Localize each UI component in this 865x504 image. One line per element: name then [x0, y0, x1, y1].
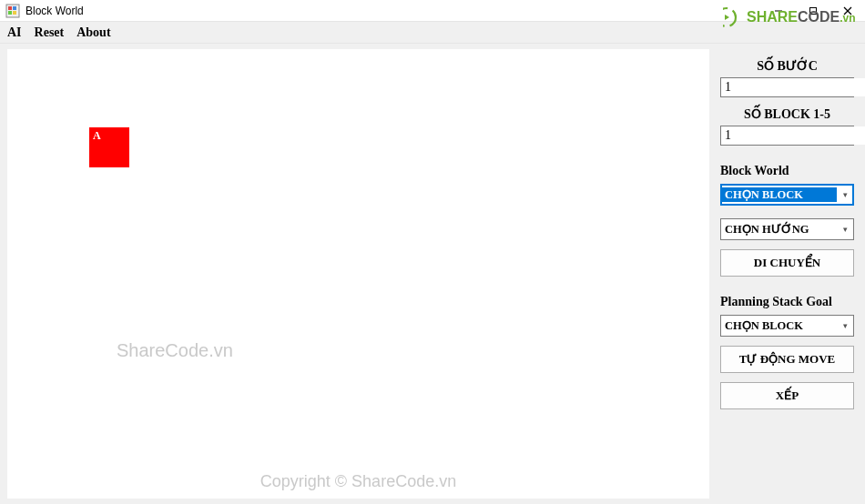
canvas-wrap: A ShareCode.vn Copyright © ShareCode.vn	[0, 44, 715, 504]
blocks-label: SỐ BLOCK 1-5	[720, 106, 854, 122]
block-canvas[interactable]: A ShareCode.vn Copyright © ShareCode.vn	[7, 49, 709, 499]
chevron-down-icon: ▾	[837, 321, 853, 330]
svg-rect-3	[8, 11, 12, 15]
maximize-button[interactable]	[796, 0, 830, 22]
watermark-center: Copyright © ShareCode.vn	[260, 472, 456, 491]
window-title: Block World	[25, 5, 84, 17]
auto-move-button[interactable]: TỰ ĐỘNG MOVE	[720, 346, 854, 373]
app-icon	[5, 4, 20, 18]
minimize-button[interactable]	[761, 0, 796, 22]
svg-rect-1	[8, 6, 12, 10]
move-button[interactable]: DI CHUYỂN	[720, 249, 854, 277]
close-button[interactable]	[830, 0, 865, 22]
svg-rect-4	[13, 11, 16, 15]
svg-rect-6	[810, 7, 817, 14]
steps-input[interactable]	[721, 78, 865, 96]
blocks-numeric[interactable]: ▲ ▼	[720, 126, 854, 146]
stack-button[interactable]: XẾP	[720, 382, 854, 409]
menubar: AI Reset About	[0, 22, 865, 44]
group-planning-title: Planning Stack Goal	[720, 295, 854, 309]
steps-numeric[interactable]: ▲ ▼	[720, 77, 854, 97]
side-panel: SỐ BƯỚC ▲ ▼ SỐ BLOCK 1-5 ▲ ▼ Block World…	[715, 44, 865, 504]
watermark-left: ShareCode.vn	[117, 340, 233, 361]
chevron-down-icon: ▾	[837, 225, 853, 234]
select-direction-combo[interactable]: CHỌN HƯỚNG ▾	[720, 218, 854, 240]
select-block-text: CHỌN BLOCK	[721, 187, 837, 202]
select-block2-combo[interactable]: CHỌN BLOCK ▾	[720, 315, 854, 337]
menu-reset[interactable]: Reset	[35, 25, 65, 40]
select-block-combo[interactable]: CHỌN BLOCK ▾	[720, 184, 854, 206]
select-direction-text: CHỌN HƯỚNG	[721, 222, 837, 237]
block-a[interactable]: A	[89, 127, 129, 167]
blocks-input[interactable]	[721, 126, 865, 145]
titlebar: Block World	[0, 0, 865, 22]
steps-label: SỐ BƯỚC	[720, 58, 854, 74]
chevron-down-icon: ▾	[837, 190, 853, 199]
menu-ai[interactable]: AI	[7, 25, 22, 40]
group-blockworld-title: Block World	[720, 164, 854, 178]
content-area: A ShareCode.vn Copyright © ShareCode.vn …	[0, 44, 865, 504]
select-block2-text: CHỌN BLOCK	[721, 318, 837, 333]
menu-about[interactable]: About	[76, 25, 110, 40]
svg-rect-2	[13, 6, 16, 10]
